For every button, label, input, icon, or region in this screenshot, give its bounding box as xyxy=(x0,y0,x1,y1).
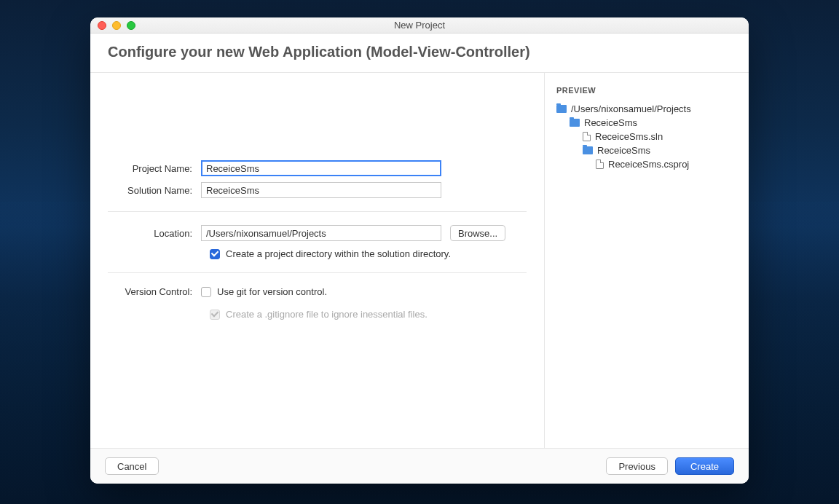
preview-panel: PREVIEW /Users/nixonsamuel/Projects Rece… xyxy=(545,73,749,448)
tree-label: /Users/nixonsamuel/Projects xyxy=(571,103,691,114)
minimize-window-button[interactable] xyxy=(112,21,121,30)
tree-label: ReceiceSms xyxy=(584,117,637,128)
project-name-input[interactable] xyxy=(201,160,441,176)
create-directory-row: Create a project directory within the so… xyxy=(210,248,527,259)
solution-name-input[interactable] xyxy=(201,182,441,198)
tree-item: ReceiceSms xyxy=(556,143,737,157)
tree-item: ReceiceSms.csproj xyxy=(556,157,737,171)
tree-item: ReceiceSms xyxy=(556,116,737,130)
version-control-label: Version Control: xyxy=(108,286,201,297)
file-icon xyxy=(596,160,604,169)
version-control-section: Version Control: Use git for version con… xyxy=(108,273,527,333)
form-area: Project Name: Solution Name: Lo xyxy=(90,73,545,448)
gitignore-checkbox xyxy=(210,310,220,320)
tree-label: ReceiceSms xyxy=(597,145,650,156)
tree-label: ReceiceSms.csproj xyxy=(608,159,689,170)
project-name-label: Project Name: xyxy=(108,163,201,174)
zoom-window-button[interactable] xyxy=(127,21,135,30)
browse-button[interactable]: Browse... xyxy=(450,225,505,241)
use-git-checkbox[interactable] xyxy=(201,287,211,297)
folder-icon xyxy=(570,119,580,127)
use-git-label: Use git for version control. xyxy=(217,286,327,297)
location-section: Location: Browse... Create a project dir… xyxy=(108,212,527,273)
dialog-body: Project Name: Solution Name: Lo xyxy=(90,73,749,448)
gitignore-label: Create a .gitignore file to ignore iness… xyxy=(226,309,428,320)
location-input[interactable] xyxy=(201,225,441,241)
cancel-button[interactable]: Cancel xyxy=(105,457,159,475)
tree-item: /Users/nixonsamuel/Projects xyxy=(556,102,737,116)
names-section: Project Name: Solution Name: xyxy=(108,73,527,212)
create-button[interactable]: Create xyxy=(675,457,734,475)
page-title: Configure your new Web Application (Mode… xyxy=(108,44,731,60)
titlebar[interactable]: New Project xyxy=(90,17,749,34)
preview-tree: /Users/nixonsamuel/Projects ReceiceSms R… xyxy=(556,102,737,171)
file-icon xyxy=(583,132,591,141)
dialog-window: New Project Configure your new Web Appli… xyxy=(90,17,749,484)
dialog-header: Configure your new Web Application (Mode… xyxy=(90,34,749,73)
tree-label: ReceiceSms.sln xyxy=(595,131,663,142)
window-title: New Project xyxy=(90,20,749,31)
dialog-footer: Cancel Previous Create xyxy=(90,448,749,484)
solution-name-label: Solution Name: xyxy=(108,185,201,196)
create-directory-label: Create a project directory within the so… xyxy=(226,248,451,259)
location-label: Location: xyxy=(108,228,201,239)
preview-heading: PREVIEW xyxy=(556,86,737,95)
traffic-lights xyxy=(90,21,135,30)
gitignore-row: Create a .gitignore file to ignore iness… xyxy=(210,309,527,320)
folder-icon xyxy=(556,105,567,113)
create-directory-checkbox[interactable] xyxy=(210,249,220,259)
previous-button[interactable]: Previous xyxy=(606,457,668,475)
close-window-button[interactable] xyxy=(98,21,106,30)
tree-item: ReceiceSms.sln xyxy=(556,130,737,143)
folder-icon xyxy=(583,146,593,154)
